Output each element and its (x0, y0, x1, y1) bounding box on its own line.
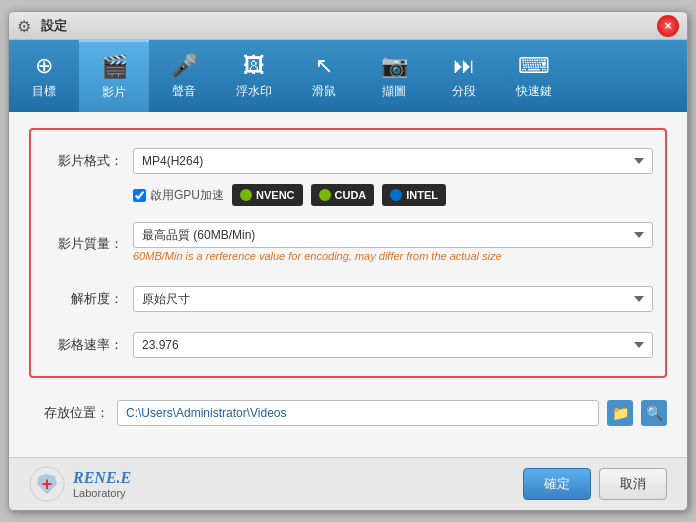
video-format-select[interactable]: MP4(H264) AVI MOV WMV MKV (133, 148, 653, 174)
video-format-control: MP4(H264) AVI MOV WMV MKV (133, 148, 653, 174)
nav-label-target: 目標 (32, 83, 56, 100)
settings-window: ⚙ 設定 × ⊕ 目標 🎬 影片 🎤 聲音 🖼 浮水印 ↖ 滑鼠 📷 擷圖 (8, 11, 688, 511)
nvenc-dot (240, 189, 252, 201)
highlight-section: 影片格式： MP4(H264) AVI MOV WMV MKV 啟用GPU加速 (29, 128, 667, 378)
storage-label: 存放位置： (29, 404, 109, 422)
nav-item-segment[interactable]: ⏭ 分段 (429, 40, 499, 112)
footer: + RENE.E Laboratory 確定 取消 (9, 457, 687, 510)
storage-input[interactable] (117, 400, 599, 426)
cuda-dot (319, 189, 331, 201)
nav-item-screenshot[interactable]: 📷 擷圖 (359, 40, 429, 112)
nav-item-video[interactable]: 🎬 影片 (79, 40, 149, 112)
button-group: 確定 取消 (523, 468, 667, 500)
folder-button[interactable]: 📁 (607, 400, 633, 426)
resolution-select[interactable]: 原始尺寸 1920x1080 1280x720 640x480 (133, 286, 653, 312)
watermark-icon: 🖼 (243, 53, 265, 79)
nav-label-hotkey: 快速鍵 (516, 83, 552, 100)
nvenc-button[interactable]: NVENC (232, 184, 303, 206)
quality-control: 最高品質 (60MB/Min) 高品質 (30MB/Min) 中品質 (15MB… (133, 222, 653, 266)
logo-name: RENE.E (73, 469, 131, 487)
video-format-row: 影片格式： MP4(H264) AVI MOV WMV MKV (43, 138, 653, 184)
framerate-label: 影格速率： (43, 336, 123, 354)
video-format-label: 影片格式： (43, 152, 123, 170)
framerate-select[interactable]: 23.976 24 25 29.97 30 60 (133, 332, 653, 358)
logo-text: RENE.E Laboratory (73, 469, 131, 499)
storage-row: 存放位置： 📁 🔍 (29, 390, 667, 436)
nav-item-audio[interactable]: 🎤 聲音 (149, 40, 219, 112)
folder-icon: 📁 (612, 405, 629, 421)
quality-hint: 60MB/Min is a rerference value for encod… (133, 248, 653, 266)
gpu-checkbox-label[interactable]: 啟用GPU加速 (133, 187, 224, 204)
cuda-label: CUDA (335, 189, 367, 201)
search-icon: 🔍 (646, 405, 663, 421)
content-area: 影片格式： MP4(H264) AVI MOV WMV MKV 啟用GPU加速 (9, 112, 687, 457)
title-bar: ⚙ 設定 × (9, 12, 687, 40)
nav-item-target[interactable]: ⊕ 目標 (9, 40, 79, 112)
nav-label-video: 影片 (102, 84, 126, 101)
nav-label-cursor: 滑鼠 (312, 83, 336, 100)
segment-icon: ⏭ (453, 53, 475, 79)
logo-sub: Laboratory (73, 487, 131, 499)
nav-bar: ⊕ 目標 🎬 影片 🎤 聲音 🖼 浮水印 ↖ 滑鼠 📷 擷圖 ⏭ 分段 ⌨ (9, 40, 687, 112)
gpu-checkbox[interactable] (133, 189, 146, 202)
screenshot-icon: 📷 (381, 53, 408, 79)
gpu-row: 啟用GPU加速 NVENC CUDA INTEL (133, 184, 653, 212)
nav-item-hotkey[interactable]: ⌨ 快速鍵 (499, 40, 569, 112)
nav-item-cursor[interactable]: ↖ 滑鼠 (289, 40, 359, 112)
hotkey-icon: ⌨ (518, 53, 550, 79)
nvenc-label: NVENC (256, 189, 295, 201)
cursor-icon: ↖ (315, 53, 333, 79)
gpu-label-text: 啟用GPU加速 (150, 187, 224, 204)
video-icon: 🎬 (101, 54, 128, 80)
cuda-button[interactable]: CUDA (311, 184, 375, 206)
resolution-control: 原始尺寸 1920x1080 1280x720 640x480 (133, 286, 653, 312)
resolution-row: 解析度： 原始尺寸 1920x1080 1280x720 640x480 (43, 276, 653, 322)
nav-item-watermark[interactable]: 🖼 浮水印 (219, 40, 289, 112)
quality-select[interactable]: 最高品質 (60MB/Min) 高品質 (30MB/Min) 中品質 (15MB… (133, 222, 653, 248)
quality-label: 影片質量： (43, 235, 123, 253)
resolution-label: 解析度： (43, 290, 123, 308)
target-icon: ⊕ (35, 53, 53, 79)
logo-area: + RENE.E Laboratory (29, 466, 131, 502)
intel-dot (390, 189, 402, 201)
intel-label: INTEL (406, 189, 438, 201)
window-title: 設定 (41, 17, 657, 35)
framerate-control: 23.976 24 25 29.97 30 60 (133, 332, 653, 358)
audio-icon: 🎤 (171, 53, 198, 79)
svg-text:+: + (42, 474, 53, 494)
close-button[interactable]: × (657, 15, 679, 37)
search-button[interactable]: 🔍 (641, 400, 667, 426)
cancel-button[interactable]: 取消 (599, 468, 667, 500)
framerate-row: 影格速率： 23.976 24 25 29.97 30 60 (43, 322, 653, 368)
gear-icon: ⚙ (17, 17, 35, 35)
nav-label-audio: 聲音 (172, 83, 196, 100)
confirm-button[interactable]: 確定 (523, 468, 591, 500)
quality-row: 影片質量： 最高品質 (60MB/Min) 高品質 (30MB/Min) 中品質… (43, 212, 653, 276)
logo-icon: + (29, 466, 65, 502)
nav-label-segment: 分段 (452, 83, 476, 100)
nav-label-screenshot: 擷圖 (382, 83, 406, 100)
nav-label-watermark: 浮水印 (236, 83, 272, 100)
intel-button[interactable]: INTEL (382, 184, 446, 206)
